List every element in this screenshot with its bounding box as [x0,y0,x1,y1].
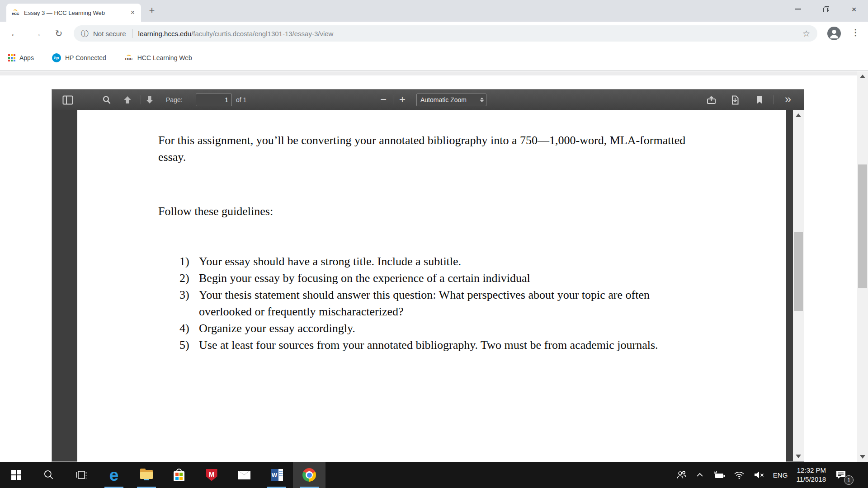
forward-button[interactable]: → [28,22,46,45]
page-number-input[interactable] [196,94,232,106]
sidebar-icon [62,95,73,105]
guidelines-list: 1)Your essay should have a strong title.… [179,253,687,353]
start-button[interactable] [0,462,33,488]
find-button[interactable] [99,89,114,110]
bookmark-label: HCC Learning Web [137,54,192,61]
taskbar-search-button[interactable] [33,462,65,488]
tab-bar: HCC Essay 3 — HCC Learning Web × + × [0,0,868,22]
system-tray: ENG 12:32 PM 11/5/2018 1 [672,462,868,488]
task-view-icon [75,469,87,480]
toolbar-divider [774,95,774,104]
sidebar-toggle-button[interactable] [60,89,75,110]
mcafee-button[interactable]: M [195,462,228,488]
scroll-up-arrow[interactable] [793,110,804,120]
bookmark-icon [756,95,763,104]
zoom-level-select[interactable]: Automatic Zoom [416,94,486,106]
minimize-button[interactable] [784,0,812,18]
pdf-scrollbar[interactable] [793,110,804,461]
guideline-item: 3)Your thesis statement should answer th… [179,286,687,320]
action-center-button[interactable]: 1 [830,462,854,488]
bookmark-label: Apps [19,54,34,61]
show-hidden-icons-button[interactable] [691,462,708,488]
page-content: Page: of 1 − + Automatic Zoom [0,71,868,462]
next-page-button[interactable] [142,89,157,110]
wifi-button[interactable] [729,462,749,488]
chrome-icon [302,468,316,482]
url-text: learning.hccs.edu/faculty/curtis.dcosta/… [138,30,799,38]
open-file-icon [707,95,716,104]
reload-button[interactable]: ↻ [50,22,68,45]
restore-button[interactable] [812,0,840,18]
person-icon [827,27,841,40]
clock-date: 11/5/2018 [796,475,826,484]
tab-close-icon[interactable]: × [129,9,137,17]
browser-scrollbar-thumb[interactable] [858,164,867,288]
arrow-up-icon [123,95,132,104]
guideline-item: 5)Use at least four sources from your an… [179,337,687,353]
pdf-page: For this assignment, you’ll be convertin… [77,110,786,462]
download-button[interactable] [727,89,743,110]
store-bag-icon [174,471,184,481]
bookmark-hcc-learning-web[interactable]: HCC HCC Learning Web [124,54,192,61]
address-bar: ← → ↻ ⓘ Not secure learning.hccs.edu/fac… [0,22,868,45]
mcafee-shield-icon: M [206,469,217,481]
more-tools-button[interactable]: » [779,89,797,110]
guidelines-heading: Follow these guidelines: [158,203,273,220]
language-indicator[interactable]: ENG [769,462,792,488]
pdf-toolbar: Page: of 1 − + Automatic Zoom [52,89,804,110]
minimize-icon [795,9,801,9]
mail-button[interactable] [228,462,260,488]
guideline-item: 2)Begin your essay by focusing on the ex… [179,270,687,286]
security-label: Not secure [93,30,126,38]
window-controls: × [784,0,868,18]
toolbar-divider [141,95,141,104]
edge-button[interactable]: e [98,462,130,488]
task-view-button[interactable] [65,462,98,488]
chevron-up-icon [695,470,704,479]
new-tab-button[interactable]: + [146,5,158,17]
battery-charging-icon [712,470,725,480]
people-button[interactable] [672,462,691,488]
pdf-scrollbar-thumb[interactable] [794,232,803,311]
page-top-strip [0,71,868,75]
people-icon [676,469,687,480]
taskbar-clock[interactable]: 12:32 PM 11/5/2018 [792,462,830,488]
scroll-up-arrow[interactable] [857,71,868,81]
zoom-in-button[interactable]: + [396,89,408,110]
file-explorer-button[interactable] [130,462,163,488]
zoom-select-value: Automatic Zoom [420,96,467,103]
bookmark-hp-connected[interactable]: hp HP Connected [52,53,106,62]
word-button[interactable]: W [260,462,293,488]
close-window-button[interactable]: × [840,0,868,18]
bookmark-apps[interactable]: Apps [8,54,34,61]
edge-icon: e [109,467,119,483]
browser-tab[interactable]: HCC Essay 3 — HCC Learning Web × [6,4,141,22]
battery-button[interactable] [708,462,729,488]
scroll-down-arrow[interactable] [857,452,868,462]
info-icon[interactable]: ⓘ [81,28,89,39]
url-omnibox[interactable]: ⓘ Not secure learning.hccs.edu/faculty/c… [74,25,817,42]
bookmark-star-icon[interactable]: ☆ [802,28,810,39]
pdf-viewer-body: For this assignment, you’ll be convertin… [52,110,804,461]
restore-icon [823,6,829,12]
bookmark-label: HP Connected [65,54,106,61]
profile-avatar[interactable] [827,27,841,40]
word-icon: W [271,469,283,481]
microsoft-store-button[interactable] [163,462,195,488]
back-button[interactable]: ← [6,22,24,45]
volume-button[interactable] [749,462,769,488]
zoom-out-button[interactable]: − [377,89,389,110]
presentation-upload-button[interactable] [703,89,719,110]
previous-page-button[interactable] [120,89,135,110]
chrome-button[interactable] [293,462,326,488]
bookmark-view-button[interactable] [752,89,767,110]
hp-logo-icon: hp [52,53,61,62]
notification-badge: 1 [844,475,854,485]
assignment-intro-paragraph: For this assignment, you’ll be convertin… [158,132,687,165]
search-icon [43,469,55,481]
browser-menu-icon[interactable]: ⋮ [851,27,860,38]
bookmarks-bar: Apps hp HP Connected HCC HCC Learning We… [0,45,868,71]
browser-scrollbar[interactable] [857,71,868,462]
scroll-down-arrow[interactable] [793,451,804,461]
url-path: /faculty/curtis.dcosta/engl1301-13/essay… [191,30,333,38]
